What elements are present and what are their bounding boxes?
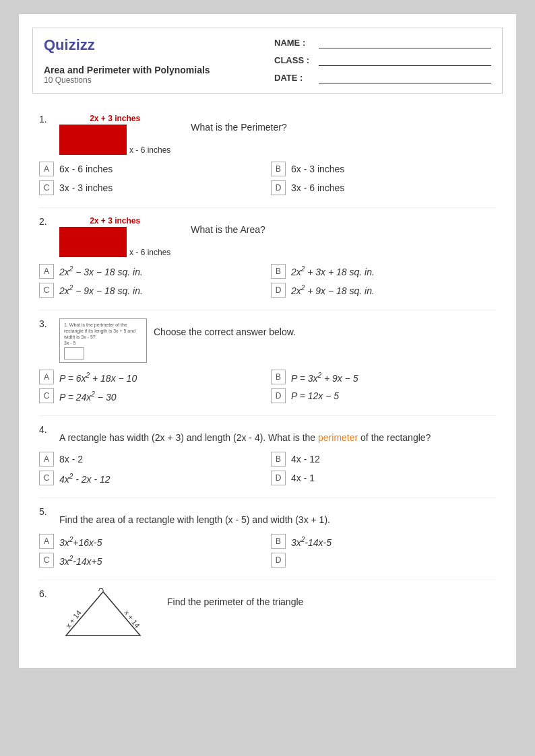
q3-fig-text: 1. What is the perimeter of the rectangl… (64, 322, 142, 346)
q5-choices: A 3x2+16x-5 B 3x2-14x-5 C 3x2-14x+5 D (39, 534, 496, 568)
q5-text-b: 3x2-14x-5 (291, 536, 332, 548)
question-6: 6. A x + 14 x + 14 Find the perimeter of… (39, 588, 496, 642)
q5-letter-b: B (271, 534, 286, 549)
q5-choice-a[interactable]: A 3x2+16x-5 (39, 534, 264, 549)
q1-choice-b[interactable]: B 6x - 3 inches (271, 162, 496, 176)
q4-choice-b[interactable]: B 4x - 12 (271, 452, 496, 467)
q3-letter-d: D (271, 388, 286, 403)
question-5: 5. Find the area of a rectangle with len… (39, 506, 496, 568)
q2-letter-b: B (271, 264, 286, 279)
q1-figure: 2x + 3 inches x - 6 inches (59, 114, 170, 155)
header: Quizizz Area and Perimeter with Polynomi… (32, 28, 503, 94)
q5-num: 5. (39, 506, 53, 517)
page: Quizizz Area and Perimeter with Polynomi… (18, 13, 517, 668)
q1-choices: A 6x - 6 inches B 6x - 3 inches C 3x - 3… (39, 162, 496, 195)
q1-top-label: 2x + 3 inches (90, 114, 140, 123)
q1-rect-row: x - 6 inches (59, 125, 170, 155)
question-4: 4. A rectangle has width (2x + 3) and le… (39, 424, 496, 485)
q2-text-b: 2x2 + 3x + 18 sq. in. (291, 265, 375, 277)
q3-choice-b[interactable]: B P = 3x2 + 9x − 5 (271, 370, 496, 384)
name-line[interactable] (319, 36, 491, 48)
q1-num: 1. (39, 114, 53, 125)
q1-choice-c[interactable]: C 3x - 3 inches (39, 180, 264, 195)
question-3: 3. 1. What is the perimeter of the recta… (39, 318, 496, 403)
q2-text-c: 2x2 − 9x − 18 sq. in. (59, 284, 143, 296)
q4-text-a: 8x - 2 (59, 454, 83, 465)
q5-header: 5. Find the area of a rectangle with len… (39, 506, 496, 527)
q4-choice-c[interactable]: C 4x2 - 2x - 12 (39, 471, 264, 485)
q3-choice-a[interactable]: A P = 6x2 + 18x − 10 (39, 370, 264, 384)
q6-triangle-svg: A x + 14 x + 14 (59, 588, 147, 642)
q5-letter-d: D (271, 553, 286, 568)
logo-text: Quizizz (44, 36, 95, 53)
q3-text-c: P = 24x2 − 30 (59, 390, 116, 403)
quiz-subtitle: 10 Questions (44, 75, 261, 85)
q1-rect (59, 125, 127, 155)
q2-text-a: 2x2 − 3x − 18 sq. in. (59, 265, 143, 277)
q2-text: What is the Area? (191, 216, 265, 237)
q3-small-rect (64, 347, 84, 359)
q1-text-a: 6x - 6 inches (59, 164, 113, 174)
q1-text-b: 6x - 3 inches (291, 164, 344, 174)
q3-num: 3. (39, 318, 53, 329)
q2-choice-d[interactable]: D 2x2 + 9x − 18 sq. in. (271, 283, 496, 298)
q1-text: What is the Perimeter? (191, 114, 286, 135)
q4-letter-d: D (271, 471, 286, 485)
q3-figure: 1. What is the perimeter of the rectangl… (59, 318, 147, 363)
q5-letter-c: C (39, 553, 54, 568)
q1-letter-c: C (39, 180, 54, 195)
q6-header: 6. A x + 14 x + 14 Find the perimeter of… (39, 588, 496, 642)
q4-num: 4. (39, 424, 53, 435)
q5-text-a: 3x2+16x-5 (59, 536, 102, 548)
class-label: CLASS : (274, 55, 315, 65)
header-right: NAME : CLASS : DATE : (274, 36, 491, 83)
header-left: Quizizz Area and Perimeter with Polynomi… (44, 36, 261, 85)
date-line[interactable] (319, 71, 491, 83)
q1-choice-a[interactable]: A 6x - 6 inches (39, 162, 264, 176)
q1-text-d: 3x - 6 inches (291, 182, 344, 193)
q5-choice-b[interactable]: B 3x2-14x-5 (271, 534, 496, 549)
q5-letter-a: A (39, 534, 54, 549)
q4-letter-a: A (39, 452, 54, 467)
q3-text-d: P = 12x − 5 (291, 390, 339, 401)
q1-letter-d: D (271, 180, 286, 195)
q3-choice-d[interactable]: D P = 12x − 5 (271, 388, 496, 403)
class-line[interactable] (319, 54, 491, 66)
class-field-row: CLASS : (274, 54, 491, 66)
q2-rect-row: x - 6 inches (59, 227, 170, 257)
q4-choice-d[interactable]: D 4x - 1 (271, 471, 496, 485)
q2-choice-c[interactable]: C 2x2 − 9x − 18 sq. in. (39, 283, 264, 298)
date-field-row: DATE : (274, 71, 491, 83)
q2-choices: A 2x2 − 3x − 18 sq. in. B 2x2 + 3x + 18 … (39, 264, 496, 298)
q5-text-c: 3x2-14x+5 (59, 555, 102, 567)
q3-text-a: P = 6x2 + 18x − 10 (59, 372, 137, 384)
content: 1. 2x + 3 inches x - 6 inches What is th… (19, 107, 516, 668)
q3-text: Choose the correct answer below. (154, 318, 296, 339)
q6-triangle-fig: A x + 14 x + 14 (59, 588, 147, 642)
q4-letter-b: B (271, 452, 286, 467)
q1-choice-d[interactable]: D 3x - 6 inches (271, 180, 496, 195)
q4-choice-a[interactable]: A 8x - 2 (39, 452, 264, 467)
q2-text-d: 2x2 + 9x − 18 sq. in. (291, 284, 375, 296)
question-1: 1. 2x + 3 inches x - 6 inches What is th… (39, 114, 496, 195)
q6-num: 6. (39, 588, 53, 599)
q1-letter-b: B (271, 162, 286, 176)
q3-text-b: P = 3x2 + 9x − 5 (291, 372, 358, 384)
q4-text-c: 4x2 - 2x - 12 (59, 473, 111, 485)
quiz-title: Area and Perimeter with Polynomials (44, 65, 261, 75)
q5-choice-d: D (271, 553, 496, 568)
q5-choice-c[interactable]: C 3x2-14x+5 (39, 553, 264, 568)
q4-letter-c: C (39, 471, 54, 485)
q6-text: Find the perimeter of the triangle (167, 588, 303, 609)
perimeter-link[interactable]: perimeter (318, 432, 358, 443)
q2-letter-a: A (39, 264, 54, 279)
question-2: 2. 2x + 3 inches x - 6 inches What is th… (39, 216, 496, 298)
q5-text: Find the area of a rectangle with length… (59, 506, 330, 527)
q2-choice-a[interactable]: A 2x2 − 3x − 18 sq. in. (39, 264, 264, 279)
q3-choice-c[interactable]: C P = 24x2 − 30 (39, 388, 264, 403)
q1-header: 1. 2x + 3 inches x - 6 inches What is th… (39, 114, 496, 155)
q3-letter-c: C (39, 388, 54, 403)
q2-top-label: 2x + 3 inches (90, 216, 140, 226)
q4-text: A rectangle has width (2x + 3) and lengt… (59, 424, 431, 445)
q2-choice-b[interactable]: B 2x2 + 3x + 18 sq. in. (271, 264, 496, 279)
